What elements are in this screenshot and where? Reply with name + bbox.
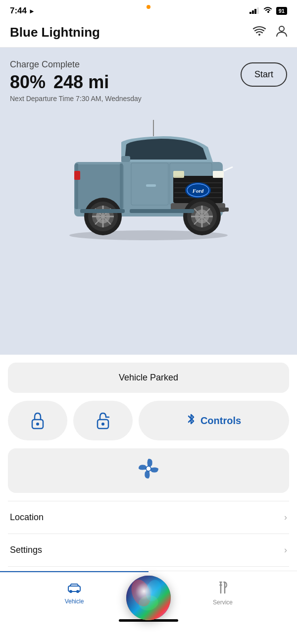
svg-point-5 — [279, 26, 284, 31]
svg-rect-3 — [257, 7, 259, 14]
settings-label: Settings — [10, 545, 42, 555]
svg-point-59 — [76, 590, 79, 593]
lock-icon — [30, 412, 46, 429]
svg-rect-47 — [80, 209, 125, 213]
time-display: 7:44 — [10, 6, 27, 16]
start-button[interactable]: Start — [241, 62, 287, 87]
header: Blue Lightning — [0, 20, 297, 48]
location-menu-item[interactable]: Location › — [8, 501, 289, 534]
service-nav-icon — [217, 581, 229, 597]
controls-button[interactable]: Controls — [139, 401, 289, 440]
svg-rect-2 — [254, 9, 256, 14]
svg-rect-10 — [120, 163, 123, 209]
svg-line-25 — [224, 167, 233, 171]
settings-arrow-icon: › — [284, 545, 287, 555]
main-content: Charge Complete 80% 248 mi Next Departur… — [0, 48, 297, 355]
svg-point-56 — [146, 466, 151, 471]
location-arrow-icon: › — [284, 512, 287, 523]
status-icons: 91 — [249, 6, 287, 15]
departure-text: Next Departure Time 7:30 AM, Wednesday — [10, 95, 287, 103]
settings-menu-item[interactable]: Settings › — [8, 534, 289, 567]
svg-point-58 — [69, 590, 72, 593]
connect-icon[interactable] — [252, 26, 266, 40]
svg-rect-0 — [249, 12, 251, 14]
menu-items: Location › Settings › — [8, 501, 289, 567]
status-bar: 7:44 ► 91 — [0, 0, 297, 20]
unlock-button[interactable] — [73, 401, 133, 440]
nav-item-service[interactable]: Service — [148, 581, 297, 611]
battery-indicator: 91 — [276, 7, 287, 15]
unlock-icon — [95, 412, 111, 429]
svg-point-55 — [101, 423, 104, 426]
svg-point-4 — [258, 34, 260, 36]
bluetooth-icon — [187, 413, 196, 428]
bottom-nav: Vehicle — [0, 571, 297, 615]
location-label: Location — [10, 512, 44, 523]
controls-section: Vehicle Parked — [0, 363, 297, 567]
truck-container: Ford — [10, 107, 287, 246]
header-icons — [252, 25, 287, 40]
svg-rect-28 — [219, 208, 229, 212]
svg-point-64 — [126, 576, 171, 620]
svg-rect-13 — [146, 184, 156, 187]
svg-rect-11 — [131, 163, 168, 205]
notification-dot — [147, 5, 150, 9]
svg-rect-9 — [75, 163, 78, 209]
lock-button[interactable] — [8, 401, 67, 440]
svg-rect-49 — [121, 156, 130, 162]
fan-button[interactable] — [8, 448, 289, 493]
vehicle-nav-label: Vehicle — [65, 598, 84, 605]
truck-image: Ford — [45, 112, 252, 241]
vehicle-nav-icon — [67, 582, 81, 596]
vehicle-parked-bar[interactable]: Vehicle Parked — [8, 363, 289, 393]
charge-miles: 248 mi — [53, 72, 109, 93]
svg-text:Ford: Ford — [192, 188, 204, 194]
location-arrow-icon: ► — [29, 7, 35, 15]
svg-point-53 — [36, 423, 39, 426]
svg-rect-1 — [252, 10, 254, 14]
app-title: Blue Lightning — [10, 25, 100, 40]
charge-percentage: 80% — [10, 72, 46, 93]
fan-icon — [136, 456, 161, 485]
service-nav-label: Service — [213, 599, 233, 606]
wifi-icon — [263, 6, 272, 15]
svg-rect-24 — [213, 171, 224, 178]
controls-label: Controls — [200, 415, 241, 427]
action-buttons-row: Controls — [8, 401, 289, 440]
signal-icon — [249, 7, 259, 15]
svg-rect-51 — [74, 171, 80, 180]
profile-icon[interactable] — [276, 25, 287, 40]
svg-rect-48 — [130, 209, 194, 213]
siri-ball[interactable] — [126, 576, 171, 620]
siri-ball-container[interactable] — [126, 576, 171, 620]
status-time: 7:44 ► — [10, 6, 35, 16]
nav-active-indicator — [0, 571, 148, 572]
svg-rect-26 — [173, 171, 184, 178]
